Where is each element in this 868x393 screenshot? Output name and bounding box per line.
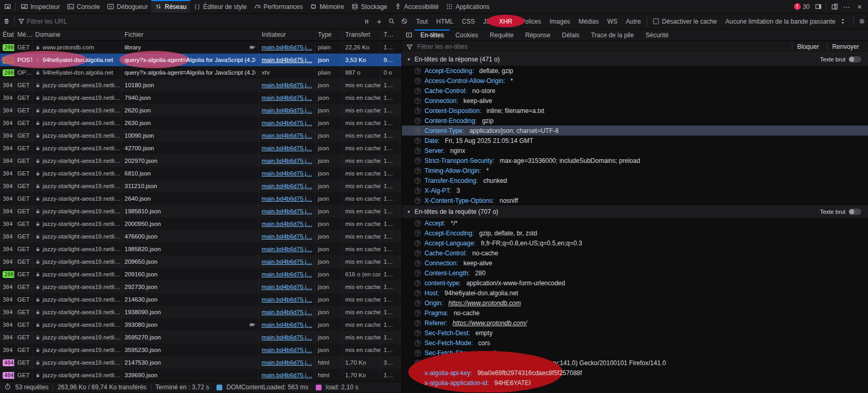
table-row[interactable]: 304GETjazzy-starlight-aeea19.netli…6810.… xyxy=(0,167,401,180)
table-row[interactable]: 304GETjazzy-starlight-aeea19.netli…20009… xyxy=(0,218,401,230)
initiator-link[interactable]: main.bd4b6d75.j… xyxy=(262,322,312,328)
question-circle-icon[interactable]: ? xyxy=(415,178,421,184)
initiator-link[interactable]: main.bd4b6d75.j… xyxy=(262,347,312,353)
menu-button[interactable]: ⋯ xyxy=(841,0,853,13)
new-request-button[interactable]: + xyxy=(373,14,386,29)
table-row[interactable]: 200POST94he6yatei-dsn.algolia.netquery?x… xyxy=(0,54,401,66)
initiator-link[interactable]: main.bd4b6d75.j… xyxy=(262,44,312,50)
header-row[interactable]: ?Servernginx xyxy=(402,146,868,156)
initiator-link[interactable]: main.bd4b6d75.j… xyxy=(262,132,312,139)
close-button[interactable]: × xyxy=(853,0,866,13)
column-header-transfer[interactable]: Transfert xyxy=(343,29,381,40)
header-row[interactable]: ?Content-Length280 xyxy=(402,268,868,278)
question-circle-icon[interactable]: ? xyxy=(415,250,421,256)
column-header-file[interactable]: Fichier xyxy=(122,29,259,40)
response-headers-section-header[interactable]: ▼ En-têtes de la réponse (471 o) Texte b… xyxy=(402,53,868,66)
headers-filter-input[interactable] xyxy=(416,43,789,51)
header-row[interactable]: ?x-algolia-api-key9ba0e69fb2974316cdaec8… xyxy=(402,368,868,378)
column-header-status[interactable]: État xyxy=(0,29,15,40)
filter-xhr[interactable]: XHR xyxy=(495,14,516,29)
question-circle-icon[interactable]: ? xyxy=(415,240,421,246)
header-row[interactable]: ?Accept-Encodingdeflate, gzip xyxy=(402,66,868,76)
filter-ws[interactable]: WS xyxy=(603,14,622,29)
details-tab-headers[interactable]: En-têtes xyxy=(415,29,450,40)
question-circle-icon[interactable]: ? xyxy=(415,360,421,366)
question-circle-icon[interactable]: ? xyxy=(415,230,421,236)
block-url-button[interactable]: Bloquer xyxy=(792,43,823,50)
question-circle-icon[interactable]: ? xyxy=(415,320,421,326)
filter-other[interactable]: Autre xyxy=(622,14,645,29)
header-row[interactable]: ?User-AgentMozilla/5.0 (X11; Linux x86_6… xyxy=(402,358,868,368)
details-tab-security[interactable]: Sécurité xyxy=(639,29,674,40)
initiator-link[interactable]: main.bd4b6d75.j… xyxy=(262,334,312,340)
table-row[interactable]: 200GETjazzy-starlight-aeea19.netli…20916… xyxy=(0,268,401,281)
column-header-domain[interactable]: Domaine xyxy=(33,29,122,40)
raw-toggle-switch[interactable] xyxy=(849,209,861,215)
clear-requests-button[interactable] xyxy=(0,14,13,29)
table-row[interactable]: 200GETwww.protondb.comlibrarymain.bd4b6d… xyxy=(0,41,401,54)
table-row[interactable]: 304GETjazzy-starlight-aeea19.netli…21463… xyxy=(0,293,401,306)
initiator-link[interactable]: main.bd4b6d75.j… xyxy=(262,120,312,126)
question-circle-icon[interactable]: ? xyxy=(415,128,421,134)
tab-applications[interactable]: Applications xyxy=(442,0,493,13)
header-row[interactable]: ?Timing-Allow-Origin* xyxy=(402,166,868,175)
table-row[interactable]: 304GETjazzy-starlight-aeea19.netli…10180… xyxy=(0,79,401,91)
table-row[interactable]: 304GETjazzy-starlight-aeea19.netli…7940.… xyxy=(0,91,401,104)
question-circle-icon[interactable]: ? xyxy=(415,260,421,266)
header-row[interactable]: ?Accept*/* xyxy=(402,218,868,228)
details-tab-stack-trace[interactable]: Trace de la pile xyxy=(585,29,640,40)
table-row[interactable]: 304GETjazzy-starlight-aeea19.netli…35952… xyxy=(0,331,401,344)
responsive-mode-button[interactable] xyxy=(828,0,841,13)
header-row[interactable]: ?Accept-Encodinggzip, deflate, br, zstd xyxy=(402,228,868,238)
disable-cache-checkbox[interactable]: Désactiver le cache xyxy=(649,14,721,29)
details-tab-response[interactable]: Réponse xyxy=(519,29,556,40)
question-circle-icon[interactable]: ? xyxy=(415,220,421,226)
header-row[interactable]: ?Cache-Controlno-cache xyxy=(402,248,868,258)
header-row[interactable]: ?Accept-Languagefr,fr-FR;q=0.8,en-US;q=0… xyxy=(402,238,868,248)
header-value-link[interactable]: https://www.protondb.com/ xyxy=(452,319,526,327)
header-row[interactable]: ?Refererhttps://www.protondb.com/ xyxy=(402,318,868,328)
question-circle-icon[interactable]: ? xyxy=(415,300,421,306)
pick-element-button[interactable] xyxy=(1,0,14,13)
table-row[interactable]: 304GETjazzy-starlight-aeea19.netli…42700… xyxy=(0,142,401,154)
header-row[interactable]: ?Pragmano-cache xyxy=(402,308,868,318)
header-row[interactable]: ?X-Alg-PT3 xyxy=(402,185,868,195)
question-circle-icon[interactable]: ? xyxy=(415,158,421,164)
question-circle-icon[interactable]: ? xyxy=(415,68,421,74)
header-row[interactable]: ?Originhttps://www.protondb.com xyxy=(402,298,868,308)
details-tab-timings[interactable]: Délais xyxy=(556,29,585,40)
header-row[interactable]: ?Sec-Fetch-Sitecross-site xyxy=(402,348,868,358)
initiator-link[interactable]: main.bd4b6d75.j… xyxy=(262,158,312,164)
table-row[interactable]: 404GETjazzy-starlight-aeea19.netli…21475… xyxy=(0,356,401,369)
initiator-link[interactable]: main.bd4b6d75.j… xyxy=(262,284,312,290)
header-row[interactable]: ?Host94he6yatei-dsn.algolia.net xyxy=(402,288,868,298)
header-row[interactable]: ?Sec-Fetch-Modecors xyxy=(402,338,868,348)
table-row[interactable]: 304GETjazzy-starlight-aeea19.netli…2640.… xyxy=(0,192,401,205)
table-row[interactable]: 304GETjazzy-starlight-aeea19.netli…31121… xyxy=(0,180,401,192)
block-requests-button[interactable] xyxy=(398,14,411,29)
header-row[interactable]: ?Cache-Controlno-store xyxy=(402,86,868,96)
error-count-badge[interactable]: ! 30 xyxy=(792,0,812,13)
tab-storage[interactable]: Stockage xyxy=(348,0,391,13)
filter-html[interactable]: HTML xyxy=(432,14,458,29)
initiator-link[interactable]: main.bd4b6d75.j… xyxy=(262,170,312,177)
filter-media[interactable]: Médias xyxy=(574,14,603,29)
header-row[interactable]: ?Content-Encodinggzip xyxy=(402,116,868,126)
header-row[interactable]: ?content-typeapplication/x-www-form-urle… xyxy=(402,278,868,288)
initiator-link[interactable]: main.bd4b6d75.j… xyxy=(262,296,312,303)
pause-recording-button[interactable] xyxy=(360,14,373,29)
raw-toggle-switch[interactable] xyxy=(849,56,861,63)
header-row[interactable]: ?X-Content-Type-Optionsnosniff xyxy=(402,195,868,205)
expand-panel-button[interactable] xyxy=(403,29,415,40)
tab-console[interactable]: Console xyxy=(64,0,104,13)
dock-side-button[interactable] xyxy=(812,0,824,13)
question-circle-icon[interactable]: ? xyxy=(415,280,421,286)
table-row[interactable]: 304GETjazzy-starlight-aeea19.netli…20965… xyxy=(0,255,401,268)
table-row[interactable]: 304GETjazzy-starlight-aeea19.netli…19858… xyxy=(0,243,401,255)
tab-performance[interactable]: Performances xyxy=(251,0,307,13)
header-row[interactable]: ?x-algolia-application-id94HE6YATEI xyxy=(402,378,868,388)
question-circle-icon[interactable]: ? xyxy=(415,148,421,154)
initiator-link[interactable]: main.bd4b6d75.j… xyxy=(262,208,312,214)
initiator-link[interactable]: main.bd4b6d75.j… xyxy=(262,246,312,252)
initiator-link[interactable]: main.bd4b6d75.j… xyxy=(262,95,312,101)
